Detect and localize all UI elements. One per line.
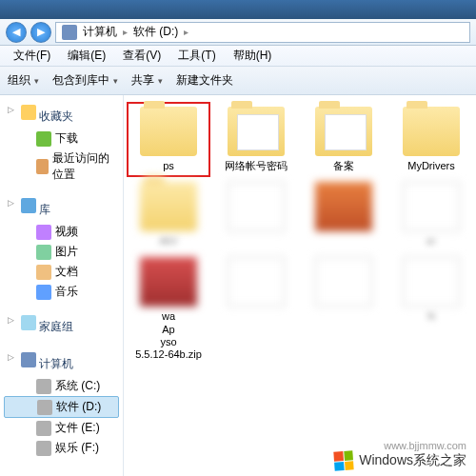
drive-icon	[36, 379, 51, 394]
menu-edit[interactable]: 编辑(E)	[60, 46, 113, 66]
homegroup-icon	[21, 315, 36, 330]
file-icon	[315, 182, 372, 231]
download-icon	[36, 131, 51, 147]
folder-icon	[140, 182, 197, 231]
menu-file[interactable]: 文件(F)	[6, 46, 58, 66]
file-item[interactable]: er	[394, 182, 468, 248]
menu-tools[interactable]: 工具(T)	[170, 46, 223, 66]
sidebar-homegroup[interactable]: 家庭组	[4, 313, 119, 339]
sidebar-item-documents[interactable]: 文档	[4, 262, 119, 282]
computer-icon	[62, 25, 77, 40]
crumb-computer[interactable]: 计算机	[83, 24, 117, 40]
file-icon	[315, 257, 372, 307]
toolbar: 组织▾ 包含到库中▾ 共享▾ 新建文件夹	[0, 67, 476, 95]
sidebar-item-videos[interactable]: 视频	[4, 222, 119, 242]
share-button[interactable]: 共享▾	[131, 72, 163, 89]
star-icon	[21, 105, 36, 120]
folder-ps[interactable]: ps	[131, 107, 206, 172]
drive-icon	[36, 441, 51, 456]
file-list: ps 网络帐号密码 备案 MyDrivers AliV er wa Ap yso…	[124, 95, 476, 476]
folder-beian[interactable]: 备案	[307, 107, 381, 172]
chevron-down-icon: ▾	[113, 76, 118, 86]
organize-button[interactable]: 组织▾	[8, 72, 39, 89]
new-folder-button[interactable]: 新建文件夹	[176, 72, 233, 89]
sidebar-item-recent[interactable]: 最近访问的位置	[4, 149, 119, 185]
file-item[interactable]	[307, 257, 381, 361]
chevron-right-icon: ▸	[123, 27, 128, 37]
breadcrumb[interactable]: 计算机 ▸ 软件 (D:) ▸	[55, 22, 470, 43]
folder-network-pwd[interactable]: 网络帐号密码	[219, 107, 293, 172]
drive-icon	[37, 400, 52, 415]
file-item[interactable]	[219, 257, 293, 361]
windows-logo-icon	[334, 450, 354, 470]
sidebar-item-pictures[interactable]: 图片	[4, 242, 119, 262]
computer-icon	[21, 352, 36, 367]
address-bar: ◀ ▶ 计算机 ▸ 软件 (D:) ▸	[0, 19, 476, 46]
chevron-right-icon: ▸	[184, 27, 188, 37]
sidebar-item-downloads[interactable]: 下载	[4, 129, 119, 149]
file-icon	[228, 182, 285, 231]
chevron-down-icon: ▾	[34, 76, 39, 86]
watermark: Windows系统之家	[334, 451, 466, 470]
file-item[interactable]	[219, 182, 293, 248]
file-item[interactable]: N	[394, 257, 468, 361]
sidebar-favorites[interactable]: 收藏夹	[4, 103, 119, 129]
folder-icon	[228, 107, 285, 156]
watermark-url: www.bjjmmw.com	[384, 440, 466, 451]
file-icon	[228, 257, 285, 307]
menu-help[interactable]: 帮助(H)	[226, 46, 280, 66]
sidebar: 收藏夹 下载 最近访问的位置 库 视频 图片 文档 音乐 家庭组 计算机 系统 …	[0, 95, 124, 476]
file-item[interactable]	[307, 182, 381, 248]
sidebar-libraries[interactable]: 库	[4, 196, 119, 222]
library-icon	[21, 198, 36, 213]
window-titlebar	[0, 0, 476, 19]
music-icon	[36, 285, 51, 300]
back-button[interactable]: ◀	[6, 22, 27, 43]
folder-icon	[140, 107, 197, 156]
sidebar-drive-d[interactable]: 软件 (D:)	[4, 396, 119, 418]
menu-view[interactable]: 查看(V)	[115, 46, 169, 66]
file-zip[interactable]: wa Ap yso 5.5.12-64b.zip	[131, 257, 206, 361]
sidebar-computer[interactable]: 计算机	[4, 350, 119, 376]
menu-bar: 文件(F) 编辑(E) 查看(V) 工具(T) 帮助(H)	[0, 46, 476, 67]
picture-icon	[36, 245, 51, 260]
recent-icon	[36, 159, 49, 174]
file-icon	[403, 257, 460, 307]
document-icon	[36, 265, 51, 280]
include-button[interactable]: 包含到库中▾	[52, 72, 118, 89]
folder-icon	[403, 107, 460, 156]
archive-icon	[140, 257, 197, 307]
crumb-drive[interactable]: 软件 (D:)	[133, 24, 178, 40]
file-item[interactable]: AliV	[131, 182, 206, 248]
chevron-down-icon: ▾	[158, 76, 163, 86]
video-icon	[36, 225, 51, 240]
sidebar-drive-f[interactable]: 娱乐 (F:)	[4, 438, 119, 458]
sidebar-item-music[interactable]: 音乐	[4, 282, 119, 302]
forward-button[interactable]: ▶	[30, 22, 51, 43]
file-icon	[403, 182, 460, 231]
drive-icon	[36, 421, 51, 436]
folder-icon	[315, 107, 372, 156]
sidebar-drive-c[interactable]: 系统 (C:)	[4, 376, 119, 396]
folder-mydrivers[interactable]: MyDrivers	[394, 107, 468, 172]
sidebar-drive-e[interactable]: 文件 (E:)	[4, 418, 119, 438]
